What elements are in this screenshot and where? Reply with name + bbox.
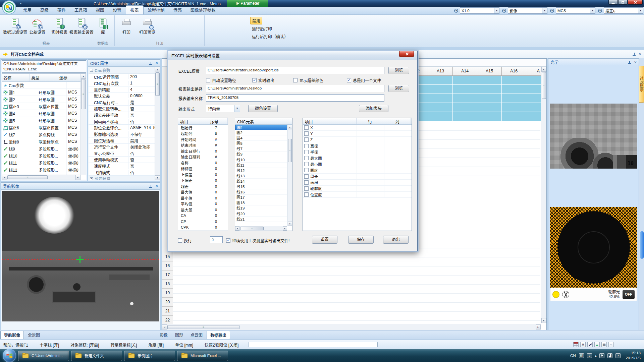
sheet-row-number[interactable]: 16 [162, 261, 173, 270]
checkbox-icon[interactable] [304, 162, 309, 166]
tree-row[interactable]: 圆2 环形取圆 MCS [2, 96, 80, 103]
excel-template-input[interactable]: C:\Users\Administrator\Desktop\report.xl… [206, 67, 384, 74]
cnc-element-item[interactable]: 圆4 [235, 135, 287, 141]
tree-row[interactable]: 摆正6 取摆正位置 MCS [2, 124, 80, 131]
checkbox-show-overtolerance-color[interactable]: 显示超差颜色 [293, 77, 323, 83]
checkbox-icon[interactable] [304, 150, 309, 154]
save-button[interactable]: 保存 [348, 236, 374, 244]
checkbox-icon[interactable] [304, 131, 309, 136]
tree-row[interactable]: 线11 多段矩形... 坐标8 [2, 159, 80, 166]
report-item-row[interactable]: 下偏差 0 [178, 178, 228, 184]
report-item-row[interactable]: 标称值 0 [178, 166, 228, 172]
sheet-row-number[interactable]: 21 [162, 307, 173, 316]
print-mode-option[interactable]: 运行后打印 [250, 25, 301, 32]
attribute-row[interactable]: 最小圆 [303, 161, 412, 167]
pin-icon[interactable] [149, 185, 152, 188]
table-header[interactable]: 项目 [303, 118, 357, 124]
clipboard-icon[interactable]: ▤ [601, 342, 607, 347]
tree-row[interactable]: 线12 多段矩形... 坐标8 [2, 166, 80, 173]
tree-row[interactable]: 线9 多段矩形... 坐标8 [2, 145, 80, 152]
tree-column-header[interactable]: 类型 [30, 74, 58, 81]
expand-icon[interactable]: + [90, 177, 93, 180]
language-indicator[interactable]: CN [570, 354, 576, 358]
attribute-row[interactable]: 圆度 [303, 167, 412, 173]
start-button[interactable] [3, 349, 16, 362]
sheet-column-header[interactable]: A16 [502, 67, 526, 76]
property-row[interactable]: 超公差转手动 否 [89, 112, 155, 118]
reset-button[interactable]: 重置 [312, 236, 337, 244]
view-combo[interactable]: 摆正6 ▼ [604, 7, 643, 14]
quick-access-dropdown-icon[interactable]: ▾ [20, 2, 21, 5]
cnc-element-item[interactable]: 线21 [235, 217, 287, 222]
wrench-icon[interactable]: ⌁ [608, 342, 614, 347]
workspace-view-tab[interactable]: 影像 [156, 331, 171, 339]
segment-light-icon[interactable] [562, 291, 569, 298]
checkbox-icon[interactable] [304, 144, 309, 148]
report-item-row[interactable]: 起始列 B [178, 131, 228, 137]
minimize-button[interactable] [608, 0, 618, 5]
ribbon-tab[interactable]: 常用 [19, 6, 36, 14]
add-header-button[interactable]: 添加表头 [359, 105, 388, 112]
exit-button[interactable]: 退出 [383, 236, 409, 244]
table-header[interactable]: 项目 [178, 118, 208, 124]
sheet-column-header[interactable]: A14 [453, 67, 477, 76]
report-item-row[interactable]: CP 0 [178, 219, 228, 225]
chevron-down-icon[interactable]: ▼ [234, 105, 240, 112]
sheet-row-number[interactable]: 19 [162, 289, 173, 298]
chevron-down-icon[interactable]: ▼ [542, 8, 547, 13]
attribute-row[interactable]: 位置度 [303, 192, 412, 198]
property-row[interactable]: CNC运行间隔 200 [89, 74, 155, 80]
table-header[interactable]: 行 [357, 118, 384, 124]
report-item-row[interactable]: 结束时间 # [178, 142, 228, 148]
property-row[interactable]: 影像输出选项 不保存 [89, 131, 155, 137]
list-horizontal-scrollbar[interactable]: ◄► [235, 226, 287, 231]
pin-icon[interactable] [628, 61, 631, 64]
dock-scrollbar-thumb[interactable] [640, 231, 644, 259]
text-tool-icon[interactable]: A [580, 342, 586, 347]
sheet-filled-cells[interactable] [404, 76, 547, 121]
report-item-row[interactable]: 起始行 7 [178, 125, 228, 131]
list-vertical-scrollbar[interactable]: ▲▼ [287, 125, 292, 226]
ribbon-button[interactable]: 报表输出设置 [68, 17, 95, 35]
report-item-row[interactable]: CA 0 [178, 213, 228, 219]
cnc-element-item[interactable]: 线16 [235, 189, 287, 195]
tree-vertical-scrollbar[interactable]: ▲ [80, 74, 86, 175]
attribute-row[interactable]: 面积 [303, 180, 412, 186]
taskbar-clock[interactable]: 15:13 2019/7/5 [626, 351, 641, 361]
sheet-column-header[interactable]: A13 [428, 67, 453, 76]
property-row[interactable]: 飞拍模式 否 [89, 169, 155, 176]
ribbon-button[interactable]: 库 [92, 17, 114, 35]
report-item-row[interactable]: 输出日期列 # [178, 154, 228, 160]
ribbon-tab[interactable]: 传感 [169, 6, 186, 14]
ribbon-tab[interactable]: 高级 [36, 6, 53, 14]
checkbox-icon[interactable] [304, 186, 309, 191]
table-header[interactable]: 序号 [208, 118, 228, 124]
cnc-element-item[interactable]: 线10 [235, 157, 287, 163]
sheet-row-number[interactable]: 18 [162, 280, 173, 289]
image-tool-icon[interactable] [594, 342, 600, 347]
collapse-icon[interactable]: − [90, 69, 93, 72]
cnc-element-item[interactable]: 线19 [235, 205, 287, 211]
dialog-close-button[interactable] [399, 51, 414, 57]
maximize-button[interactable] [618, 0, 628, 5]
checkbox-icon[interactable] [304, 125, 309, 130]
attribute-row[interactable]: 最大圆 [303, 155, 412, 161]
property-row[interactable]: CNC运行时... 是 [89, 99, 155, 106]
wrap-count-input[interactable]: 0 [210, 236, 223, 243]
cnc-element-item[interactable]: 圆1 [235, 125, 287, 130]
cnc-element-item[interactable]: 线14 [235, 179, 287, 184]
pin-icon[interactable] [149, 62, 152, 65]
checkbox-wrap-line[interactable]: 换行 [178, 238, 192, 243]
table-icon[interactable] [573, 342, 579, 347]
nav-view-tab[interactable]: 导航影像 [0, 331, 24, 339]
table-header[interactable]: 列 [384, 118, 411, 124]
cnc-element-item[interactable]: 圆2 [235, 130, 287, 135]
ip-parameter-tab[interactable]: IP Parameter [227, 0, 268, 7]
report-item-row[interactable]: 最大值 0 [178, 189, 228, 195]
workspace-view-tab[interactable]: 数据输出 [207, 331, 230, 339]
checkbox-auto-path[interactable]: 自动设置路径 [206, 77, 236, 83]
checkbox-single-file[interactable]: 总是用一个文件 [347, 77, 381, 83]
report-item-row[interactable]: 最小值 0 [178, 195, 228, 201]
sheet-column-header[interactable]: A15 [477, 67, 502, 76]
report-item-row[interactable]: 超差 0 [178, 183, 228, 189]
